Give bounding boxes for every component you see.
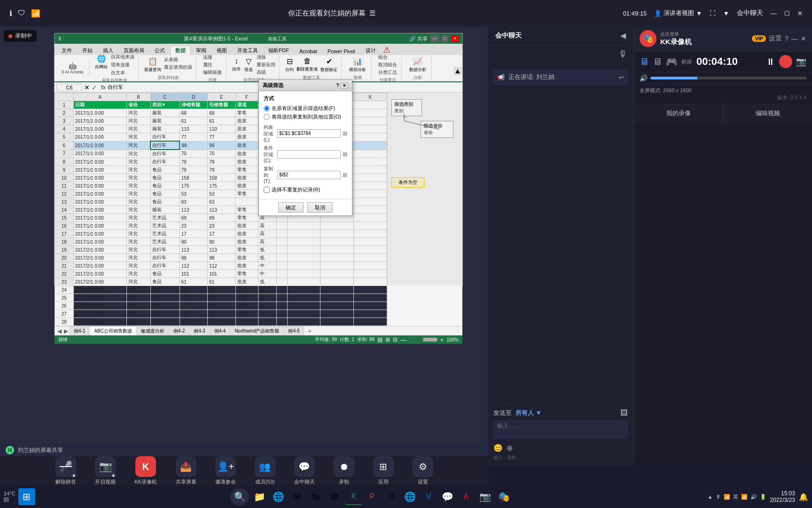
btn-subtotal[interactable]: 分类汇总	[377, 69, 398, 76]
sheet-tab-northwind[interactable]: Northwind产品销售额	[230, 326, 283, 336]
chat-input[interactable]	[493, 420, 628, 439]
info-icon[interactable]: ℹ	[9, 9, 12, 18]
plus-button[interactable]: ⊕	[507, 444, 513, 452]
radio-copy-to[interactable]: 将筛选结果复制到其他位置(O)	[264, 113, 347, 120]
col-header-E[interactable]: E	[208, 93, 235, 101]
kk-recordings-tab[interactable]: 我的录像	[634, 104, 723, 122]
btn-split-col[interactable]: ⊟ 分列	[284, 56, 295, 74]
video-button[interactable]: 📷 ▲ 开启视频	[95, 456, 116, 485]
tab-design[interactable]: 设计	[360, 46, 381, 55]
taskbar-excel[interactable]: X	[345, 488, 362, 505]
members-button[interactable]: 👥 成员(53)	[255, 456, 275, 485]
emoji-button[interactable]: 😊	[493, 444, 503, 452]
cell-reference-input[interactable]	[56, 84, 82, 91]
header-category[interactable]: 类别▼	[150, 101, 180, 109]
unique-records-input[interactable]	[264, 187, 270, 193]
microphone-icon[interactable]: 🎙	[618, 49, 628, 60]
close-button[interactable]: ✕	[797, 10, 803, 17]
kk-monitor-icon[interactable]: 🖥	[640, 56, 649, 67]
btn-props[interactable]: 属性	[202, 61, 223, 69]
btn-data-analysis[interactable]: 📈 数据分析	[408, 56, 427, 74]
btn-new-query[interactable]: 📋 新建查询	[143, 56, 162, 74]
selected-cell[interactable]: 自行车	[150, 141, 180, 150]
btn-group[interactable]: 组合	[377, 55, 398, 61]
header-province[interactable]: 省份	[126, 101, 150, 109]
copy-to-pick-icon[interactable]: ⊞	[343, 172, 347, 178]
copy-to-input[interactable]	[277, 171, 341, 179]
sheet-tab-5[interactable]: 例4-5	[284, 326, 304, 336]
btn-recent-sources[interactable]: 最近使用的源	[163, 64, 193, 71]
kk-close-button[interactable]: ✕	[801, 35, 806, 42]
tab-view[interactable]: 视图	[211, 46, 232, 55]
btn-text[interactable]: 自文本	[110, 69, 135, 77]
ribbon-scroll-up[interactable]: ▲	[454, 67, 461, 75]
minimize-button[interactable]: —	[771, 10, 777, 17]
sys-expand-icon[interactable]: ▲	[708, 494, 713, 500]
col-header-B[interactable]: B	[126, 93, 150, 101]
excel-close[interactable]: ✕	[451, 35, 459, 42]
dialog-help-button[interactable]: ?	[336, 82, 339, 89]
taskbar-acrobat[interactable]: A	[458, 488, 475, 505]
sheet-add-button[interactable]: ＋	[306, 327, 313, 335]
start-button[interactable]: ⊞	[18, 488, 35, 505]
mic-sys-icon[interactable]: 🎙	[716, 494, 721, 500]
image-send-icon[interactable]: 🖼	[620, 409, 628, 417]
taskbar-photos[interactable]: 📷	[476, 488, 493, 505]
record-button[interactable]: ⏺ 录制	[334, 456, 354, 485]
col-header-C[interactable]: C	[150, 93, 180, 101]
btn-sort[interactable]: ↕ 排序	[231, 56, 242, 73]
kk-pause-button[interactable]: ⏸	[766, 56, 775, 67]
kk-edit-tab[interactable]: 编辑视频	[723, 104, 812, 122]
dialog-close-button[interactable]: ✕	[341, 82, 348, 89]
tab-data[interactable]: 数据	[170, 46, 191, 55]
sheet-nav-right[interactable]: ▶	[63, 327, 69, 335]
btn-existing-conn[interactable]: 现有连接	[110, 61, 135, 69]
sheet-tab-2[interactable]: 例4-2	[169, 326, 189, 336]
sound-icon[interactable]: 🔊	[750, 494, 757, 500]
excel-minimize[interactable]: —	[430, 35, 439, 42]
presenter-view-button[interactable]: 👤 演讲者视图 ▼	[654, 9, 702, 17]
clock[interactable]: 15:03 2022/3/23	[770, 490, 795, 503]
col-header-D[interactable]: D	[180, 93, 207, 101]
btn-advanced[interactable]: 高级	[256, 69, 276, 76]
header-gross-sales[interactable]: 毛销售额	[208, 101, 235, 109]
header-date[interactable]: 日期	[73, 101, 126, 109]
taskbar-search[interactable]: 🔍	[230, 488, 249, 505]
function-icon[interactable]: fx	[101, 84, 106, 91]
btn-connect[interactable]: 连接	[202, 55, 223, 61]
btn-reapply[interactable]: 重新应用	[256, 61, 276, 69]
list-range-input[interactable]	[277, 129, 341, 138]
sheet-tab-3[interactable]: 例4-3	[189, 326, 209, 336]
more-options-button[interactable]: ▼	[723, 10, 729, 17]
btn-clear[interactable]: 清除	[256, 55, 276, 61]
kk-help-button[interactable]: ?	[785, 35, 789, 42]
apps-button[interactable]: ⊞ 应用	[373, 456, 394, 485]
maximize-button[interactable]: ☐	[784, 10, 790, 17]
kk-toolbar-button[interactable]: K KK录像机	[134, 456, 157, 485]
taskbar-office[interactable]: O	[383, 488, 399, 505]
view-normal-icon[interactable]: ▤	[377, 336, 383, 343]
btn-from-table[interactable]: 从表格	[163, 56, 193, 64]
tab-powerpivot[interactable]: Power Pivot	[322, 47, 360, 55]
taskbar-kk[interactable]: 🎭	[495, 488, 512, 505]
excel-maximize[interactable]: □	[442, 35, 448, 42]
taskbar-powerpoint[interactable]: P	[364, 488, 381, 505]
share-button[interactable]: 🔗 共享	[409, 35, 428, 42]
kk-minimize-button[interactable]: —	[791, 35, 798, 42]
tab-formula[interactable]: 公式	[149, 46, 170, 55]
taskbar-settings[interactable]: ⚙	[326, 488, 343, 505]
btn-ungroup[interactable]: 取消组合	[377, 61, 398, 69]
header-channel[interactable]: 渠道	[235, 101, 258, 109]
formula-confirm-icon[interactable]: ✓	[92, 84, 97, 91]
mute-button[interactable]: 🎤 ▲ 解除静音	[55, 456, 76, 485]
taskbar-wechat[interactable]: 💬	[439, 488, 456, 505]
radio-copy-to-input[interactable]	[264, 114, 270, 120]
zoom-out-icon[interactable]: —	[400, 336, 406, 343]
col-header-K[interactable]: K	[354, 93, 387, 101]
tab-review[interactable]: 审阅	[191, 46, 211, 55]
zoom-slider[interactable]	[409, 338, 437, 341]
radio-in-place[interactable]: 在原有区域显示筛选结果(F)	[264, 105, 347, 112]
unique-records-checkbox[interactable]: 选择不重复的记录(R)	[264, 186, 347, 193]
formula-expand-icon[interactable]: ✕	[84, 84, 90, 91]
dialog-cancel-button[interactable]: 取消	[307, 202, 333, 213]
